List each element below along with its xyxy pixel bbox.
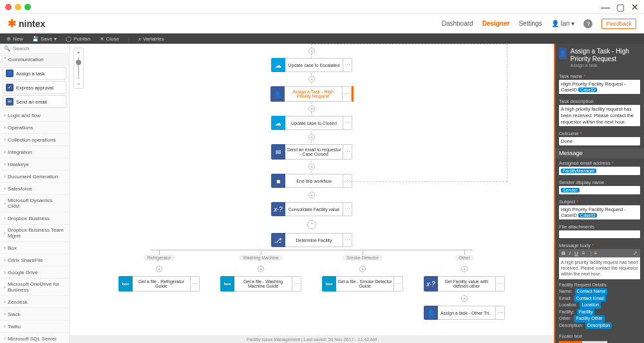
underline-icon[interactable]: U: [574, 250, 578, 256]
cat-docgen[interactable]: Document Generation: [0, 171, 69, 183]
minimize-icon[interactable]: —: [601, 2, 610, 12]
maximize-window-icon[interactable]: [24, 4, 31, 10]
input-assignee[interactable]: FacilityManager: [559, 167, 640, 175]
node-end-workflow[interactable]: ■ End this workflow ⋯: [271, 174, 352, 188]
add-node-icon[interactable]: +: [308, 192, 315, 198]
node-menu-icon[interactable]: ⋯: [343, 116, 352, 130]
node-menu-icon[interactable]: ⋯: [343, 233, 352, 247]
close-window-icon[interactable]: [5, 4, 12, 10]
cat-citrix[interactable]: Citrix ShareFile: [0, 254, 69, 266]
node-file-refrigerator[interactable]: box Get a file - Refrigerator Guide ⋯: [118, 276, 200, 292]
input-message-body[interactable]: A high priority facility request has bee…: [559, 257, 640, 279]
node-menu-icon[interactable]: ⋯: [292, 276, 301, 292]
node-menu-icon[interactable]: ⋯: [343, 174, 352, 188]
zoom-in-icon[interactable]: +: [77, 50, 80, 56]
node-email-requestor[interactable]: ✉ Send an email to requestor - Case Clos…: [271, 144, 352, 160]
restore-icon[interactable]: ▢: [616, 2, 625, 12]
cat-twilio[interactable]: Twilio: [0, 320, 69, 333]
cat-dropbox[interactable]: Dropbox Business: [0, 212, 69, 225]
italic-icon[interactable]: I: [569, 250, 571, 256]
zoom-thumb[interactable]: [76, 60, 81, 65]
node-assign-other[interactable]: 👤 Assign a task - Other Tri... ⋯: [424, 306, 505, 320]
node-menu-icon[interactable]: ⋯: [191, 276, 200, 292]
input-task-name[interactable]: High Priority Facility Request - CaseID …: [559, 80, 640, 94]
add-node-icon[interactable]: +: [461, 295, 468, 302]
nav-dashboard[interactable]: Dashboard: [442, 20, 473, 27]
node-file-washing[interactable]: box Get a file - Washing Machine Guide ⋯: [220, 276, 301, 292]
input-outcome[interactable]: Done: [559, 137, 640, 145]
node-update-escalated[interactable]: ☁ Update case to Escalated ⋯: [271, 58, 352, 72]
add-node-icon[interactable]: +: [308, 134, 315, 140]
node-menu-icon[interactable]: ⋯: [496, 306, 505, 320]
cat-slack[interactable]: Slack: [0, 308, 69, 320]
search-input[interactable]: 🔍 Search: [0, 44, 69, 54]
variable-icon: x·?: [424, 276, 438, 292]
collapse-icon[interactable]: ˅: [307, 220, 316, 229]
node-set-facility-other[interactable]: x·? Set Facility value with defined othe…: [424, 276, 505, 292]
node-determine-facility[interactable]: ⎇ Determine Facility ⋯: [271, 233, 352, 247]
cat-zendesk[interactable]: Zendesk: [0, 296, 69, 308]
input-sender[interactable]: Sender: [559, 186, 640, 194]
add-node-icon[interactable]: +: [461, 266, 468, 272]
input-task-desc[interactable]: A high priority facility request has bee…: [559, 105, 640, 126]
cat-onedrive[interactable]: Microsoft OneDrive for Business: [0, 279, 69, 296]
save-button[interactable]: 💾 Save ▾: [32, 36, 57, 42]
node-assign-task-selected[interactable]: 👤 Assign a Task - High Priority Request …: [270, 86, 354, 102]
bold-icon[interactable]: B: [562, 250, 565, 256]
group-communication[interactable]: ˅ Communication: [0, 54, 69, 66]
add-node-icon[interactable]: +: [308, 106, 315, 112]
new-button[interactable]: ⊕ New: [6, 36, 23, 42]
input-attachments[interactable]: [559, 230, 640, 238]
cat-collection[interactable]: Collection operations: [0, 134, 69, 146]
rich-text-toolbar[interactable]: B I U ≡ ⋮≡ ⤢: [559, 249, 640, 257]
nav-settings[interactable]: Settings: [518, 20, 542, 27]
list-icon[interactable]: ≡: [582, 250, 585, 256]
node-menu-icon[interactable]: ⋯: [343, 86, 352, 102]
bullet-icon[interactable]: ⋮≡: [589, 250, 597, 256]
action-send-email[interactable]: ✉Send an email: [3, 95, 66, 108]
input-subject[interactable]: High Priority Facility Request - CaseID …: [559, 205, 640, 219]
action-assign-task[interactable]: 👤Assign a task: [3, 67, 66, 80]
minimize-window-icon[interactable]: [15, 4, 21, 10]
cat-operations[interactable]: Operations: [0, 122, 69, 134]
add-node-icon[interactable]: +: [308, 48, 315, 54]
node-menu-icon[interactable]: ⋯: [394, 276, 403, 292]
add-node-icon[interactable]: +: [156, 266, 162, 272]
cat-hawkeye[interactable]: Hawkeye: [0, 158, 69, 171]
feedback-button[interactable]: Feedback: [601, 19, 636, 29]
variables-button[interactable]: x Variables: [138, 36, 164, 42]
user-icon: 👤: [551, 20, 559, 27]
nav-designer[interactable]: Designer: [482, 20, 510, 27]
cat-gdrive[interactable]: Google Drive: [0, 266, 69, 279]
node-menu-icon[interactable]: ⋯: [496, 276, 505, 292]
zoom-slider[interactable]: [78, 57, 79, 79]
help-icon[interactable]: ?: [583, 19, 592, 28]
close-button[interactable]: ✕ Close: [100, 36, 119, 42]
node-file-smoke[interactable]: box Get a file - Smoke Detector Guide ⋯: [322, 276, 403, 292]
cat-box[interactable]: Box: [0, 242, 69, 254]
cat-dynamics[interactable]: Microsoft Dynamics CRM: [0, 195, 69, 212]
node-menu-icon[interactable]: ⋯: [343, 58, 352, 72]
cat-logic[interactable]: Logic and flow: [0, 109, 69, 122]
user-menu[interactable]: 👤 Ian ▾: [551, 20, 575, 27]
node-consolidate[interactable]: x·? Consolidate Facility value ⋯: [271, 202, 352, 216]
cat-sqlserver[interactable]: Microsoft SQL Server: [0, 333, 69, 343]
expand-icon[interactable]: ⤢: [633, 250, 638, 256]
cat-salesforce[interactable]: Salesforce: [0, 183, 69, 195]
add-node-icon[interactable]: +: [308, 163, 315, 170]
node-update-closed[interactable]: ☁ Update case to Closed ⋯: [271, 116, 352, 130]
action-express-approval[interactable]: ✓Express approval: [3, 81, 66, 94]
node-menu-icon[interactable]: ⋯: [343, 144, 352, 160]
publish-button[interactable]: ◯ Publish: [66, 36, 90, 42]
cat-integration[interactable]: Integration: [0, 146, 69, 158]
add-node-icon[interactable]: +: [308, 76, 315, 82]
close-icon[interactable]: ✕: [631, 2, 639, 12]
zoom-control[interactable]: + −: [73, 48, 84, 89]
box-icon: box: [322, 276, 336, 292]
zoom-out-icon[interactable]: −: [77, 80, 80, 87]
add-node-icon[interactable]: +: [359, 266, 366, 272]
add-node-icon[interactable]: +: [258, 266, 264, 272]
node-menu-icon[interactable]: ⋯: [343, 202, 352, 216]
cat-dropbox-team[interactable]: Dropbox Business Team Mgmt: [0, 225, 69, 242]
workflow-canvas[interactable]: + − + ☁ Update case to Escalated ⋯ + 👤 A…: [70, 44, 554, 343]
